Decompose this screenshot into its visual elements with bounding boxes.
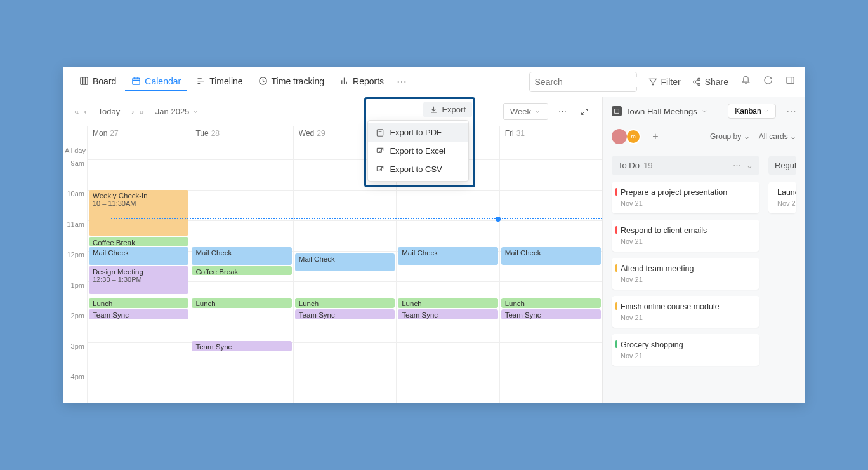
avatar[interactable] xyxy=(612,129,627,144)
allday-cell[interactable] xyxy=(190,144,293,159)
nav-more-icon[interactable]: ⋯ xyxy=(397,76,407,88)
toolbar-more[interactable]: ⋯ xyxy=(555,104,570,119)
event-title: Coffee Break xyxy=(195,268,287,275)
kanban-columns: To Do 19 ⋯⌄ Prepare a project presentati… xyxy=(603,151,805,403)
export-button[interactable]: Export xyxy=(423,102,472,117)
kanban-card[interactable]: Launc Nov 2 xyxy=(768,182,796,213)
day-header[interactable]: Fri31 xyxy=(499,126,602,144)
calendar-event[interactable]: Team Sync xyxy=(192,341,291,351)
groupby-picker[interactable]: Group by ⌄ xyxy=(710,132,750,141)
calendar-event[interactable]: Lunch xyxy=(89,298,188,308)
timeline-icon xyxy=(196,76,206,86)
kanban-card[interactable]: Attend team meetingNov 21 xyxy=(612,258,760,290)
side-subheader: rc + Group by ⌄ All cards ⌄ xyxy=(603,125,805,151)
nav-board[interactable]: Board xyxy=(73,72,122,91)
export-excel[interactable]: Export to Excel xyxy=(368,142,468,160)
month-label: Jan 2025 xyxy=(155,107,190,116)
calendar-event[interactable]: Mail Check xyxy=(398,247,497,265)
day-header[interactable]: Mon27 xyxy=(87,126,190,144)
today-button[interactable]: Today xyxy=(95,104,124,119)
svg-line-25 xyxy=(585,109,588,111)
kanban-card[interactable]: Grocery shoppingNov 21 xyxy=(612,334,760,366)
allday-cell[interactable] xyxy=(499,144,602,159)
calendar-event[interactable]: Mail Check xyxy=(89,247,188,265)
nav-timetracking-label: Time tracking xyxy=(272,76,325,86)
nav-reports[interactable]: Reports xyxy=(333,72,390,91)
day-cell[interactable]: Mail CheckCoffee BreakLunchTeam Sync xyxy=(190,159,293,403)
kanban-card[interactable]: Prepare a project presentationNov 21 xyxy=(612,182,760,213)
export-pdf[interactable]: Export to PDF xyxy=(368,123,468,142)
chevron-down-icon xyxy=(701,108,707,114)
calendar-event[interactable]: Weekly Check-In10 – 11:30AM xyxy=(89,190,188,236)
calendar-icon xyxy=(131,76,141,86)
svg-rect-0 xyxy=(81,77,88,84)
calendar-event[interactable]: Design Meeting12:30 – 1:30PM xyxy=(89,266,188,294)
file-pdf-icon xyxy=(376,128,385,137)
calendar-grid: 9am10am11am12pm1pm2pm3pm4pm Weekly Check… xyxy=(63,159,602,403)
avatar[interactable]: rc xyxy=(626,129,641,144)
add-user-button[interactable]: + xyxy=(648,130,662,144)
calendar-event[interactable]: Lunch xyxy=(398,298,497,308)
column-name: Regul xyxy=(775,161,796,170)
chevron-down-icon xyxy=(534,108,541,116)
project-picker[interactable]: Town Hall Meetings xyxy=(612,106,707,116)
calendar-event[interactable]: Mail Check xyxy=(192,247,291,265)
column-collapse[interactable]: ⌄ xyxy=(746,161,753,170)
kanban-card[interactable]: Respond to client emailsNov 21 xyxy=(612,220,760,252)
card-title: Respond to client emails xyxy=(621,226,752,235)
search-input[interactable] xyxy=(535,77,646,87)
day-cell[interactable]: Mail CheckLunchTeam Sync xyxy=(293,159,396,403)
refresh-button[interactable] xyxy=(763,76,773,88)
column-more[interactable]: ⋯ xyxy=(733,161,741,170)
panel-toggle-button[interactable] xyxy=(786,76,795,88)
svg-point-19 xyxy=(697,83,700,86)
nav-prev[interactable]: ‹ xyxy=(82,107,88,116)
day-cell[interactable]: Mail CheckLunchTeam Sync xyxy=(396,159,499,403)
event-time: 10 – 11:30AM xyxy=(93,199,136,207)
calendar-event[interactable]: Coffee Break xyxy=(192,266,291,275)
nav-first[interactable]: « xyxy=(73,107,80,116)
calendar-event[interactable]: Team Sync xyxy=(501,309,601,319)
calendar-event[interactable]: Mail Check xyxy=(295,253,395,271)
svg-rect-28 xyxy=(378,129,383,136)
event-title: Lunch xyxy=(299,300,391,307)
day-cell[interactable]: Weekly Check-In10 – 11:30AMCoffee BreakM… xyxy=(87,159,190,403)
allday-cell[interactable] xyxy=(87,144,190,159)
bell-button[interactable] xyxy=(741,76,751,88)
event-title: Lunch xyxy=(195,300,287,307)
search-box[interactable] xyxy=(529,72,637,92)
hour-label: 3pm xyxy=(63,342,87,373)
view-picker[interactable]: Week xyxy=(503,103,548,120)
calendar-event[interactable]: Mail Check xyxy=(501,247,601,265)
expand-button[interactable] xyxy=(577,105,592,118)
kanban-column-header[interactable]: Regul xyxy=(768,156,796,175)
calendar-event[interactable]: Team Sync xyxy=(398,309,497,319)
nav-calendar[interactable]: Calendar xyxy=(125,72,187,91)
nav-timetracking[interactable]: Time tracking xyxy=(252,72,331,91)
calendar-event[interactable]: Lunch xyxy=(192,298,291,308)
calendar-event[interactable]: Lunch xyxy=(501,298,601,308)
svg-point-18 xyxy=(693,81,695,83)
allday-label: All day xyxy=(63,144,87,159)
share-button[interactable]: Share xyxy=(692,77,728,87)
kanban-card[interactable]: Finish online course moduleNov 21 xyxy=(612,296,760,328)
month-picker[interactable]: Jan 2025 xyxy=(152,104,204,119)
export-csv[interactable]: Export to CSV xyxy=(368,160,468,178)
main-area: « ‹ Today › » Jan 2025 spacer Week ⋯ xyxy=(63,97,805,403)
nav-next[interactable]: › xyxy=(130,107,135,116)
hour-labels: 9am10am11am12pm1pm2pm3pm4pm xyxy=(63,159,87,403)
kanban-column-header[interactable]: To Do 19 ⋯⌄ xyxy=(612,156,760,175)
nav-timeline[interactable]: Timeline xyxy=(190,72,249,91)
calendar-event[interactable]: Team Sync xyxy=(295,309,395,319)
cards-filter[interactable]: All cards ⌄ xyxy=(759,132,796,141)
day-cell[interactable]: Mail CheckLunchTeam Sync xyxy=(499,159,602,403)
side-more[interactable]: ⋯ xyxy=(786,105,796,117)
day-header[interactable]: Tue28 xyxy=(190,126,293,144)
calendar-event[interactable]: Coffee Break xyxy=(89,237,188,246)
calendar-event[interactable]: Team Sync xyxy=(89,309,188,319)
nav-last[interactable]: » xyxy=(138,107,145,116)
calendar-event[interactable]: Lunch xyxy=(295,298,395,308)
project-name: Town Hall Meetings xyxy=(626,107,697,116)
filter-button[interactable]: Filter xyxy=(648,77,681,87)
view-kanban-button[interactable]: Kanban xyxy=(728,104,776,119)
